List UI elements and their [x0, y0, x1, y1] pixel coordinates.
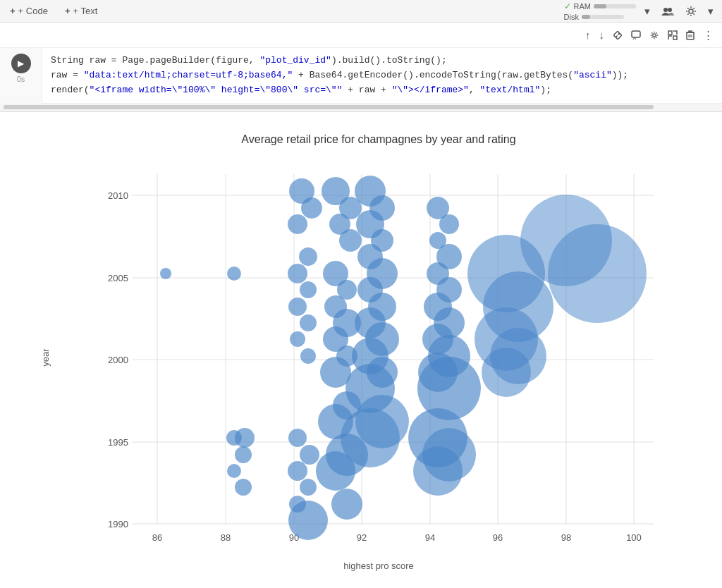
- bubble: [160, 268, 171, 279]
- svg-point-4: [653, 33, 656, 36]
- top-bar: + + Code + + Text ✓ RAM Disk ▾: [0, 0, 722, 23]
- bubble: [300, 479, 317, 496]
- expand-button[interactable]: [665, 29, 680, 42]
- bubble: [482, 348, 531, 397]
- trash-icon: [686, 30, 695, 40]
- svg-point-2: [689, 9, 693, 13]
- x-tick-86: 86: [152, 532, 162, 543]
- bubble: [288, 214, 307, 234]
- bubble: [235, 479, 252, 496]
- run-button[interactable]: ▶: [11, 54, 31, 73]
- comment-icon: [631, 30, 641, 40]
- move-up-button[interactable]: ↑: [582, 27, 594, 42]
- cell-wrapper: ▶ 0s String raw = Page.pageBuilder(figur…: [0, 48, 722, 104]
- horizontal-scrollbar[interactable]: [0, 105, 722, 112]
- bubble: [226, 430, 242, 446]
- delete-button[interactable]: [683, 29, 697, 42]
- bubble: [300, 348, 316, 364]
- comment-button[interactable]: [628, 29, 644, 42]
- code-line-3: render("<iframe width=\"100%\" height=\"…: [51, 83, 714, 98]
- chart-container: Average retail price for champagnes by y…: [23, 119, 699, 588]
- output-area: Average retail price for champagnes by y…: [0, 112, 722, 588]
- plus-icon: +: [10, 6, 16, 16]
- chart-svg: 86 88 90 92 94 96 98 100 2010 2005 2000 …: [72, 160, 685, 555]
- more-button[interactable]: ▾: [705, 4, 716, 19]
- x-tick-100: 100: [626, 532, 642, 543]
- code-line-2: raw = "data:text/html;charset=utf-8;base…: [51, 68, 714, 83]
- cell-number: 0s: [17, 75, 25, 83]
- code-text-1b: ).build().toString();: [331, 55, 447, 66]
- ram-row: ✓ RAM: [564, 1, 636, 11]
- chevron-down-button[interactable]: ▾: [642, 4, 653, 19]
- ram-label: RAM: [574, 2, 591, 11]
- cell-gear-icon: [649, 30, 659, 40]
- expand-icon: [668, 30, 678, 40]
- y-tick-2005: 2005: [108, 273, 128, 283]
- x-tick-96: 96: [493, 532, 503, 543]
- code-line-1: String raw = Page.pageBuilder(figure, "p…: [51, 54, 714, 68]
- svg-rect-5: [668, 31, 672, 35]
- ram-disk-area: ✓ RAM Disk: [564, 1, 636, 21]
- x-tick-88: 88: [221, 532, 231, 543]
- add-text-button[interactable]: + + Text: [61, 4, 102, 18]
- users-button[interactable]: [659, 5, 677, 18]
- code-string-2: "data:text/html;charset=utf-8;base64,": [84, 70, 293, 80]
- x-tick-94: 94: [425, 532, 435, 543]
- disk-label: Disk: [564, 13, 579, 21]
- bubble: [413, 446, 463, 496]
- code-area[interactable]: String raw = Page.pageBuilder(figure, "p…: [42, 48, 722, 104]
- ram-progress-fill: [594, 4, 606, 8]
- code-text-3d: ,: [469, 85, 480, 95]
- bubble: [301, 197, 322, 219]
- cell-content: String raw = Page.pageBuilder(figure, "p…: [42, 48, 722, 104]
- bubble: [288, 298, 307, 316]
- add-code-button[interactable]: + + Code: [6, 4, 52, 18]
- bubble: [341, 408, 400, 467]
- cell-toolbar: ↑ ↓: [0, 23, 722, 48]
- plus-icon: +: [65, 6, 71, 16]
- code-text-3f: );: [540, 85, 551, 95]
- bubble: [288, 264, 307, 283]
- y-tick-1990: 1990: [108, 519, 128, 529]
- link-icon: [613, 30, 623, 40]
- bubble: [300, 445, 319, 465]
- settings-button[interactable]: [683, 4, 699, 18]
- cell-toolbar-right: ↑ ↓: [582, 27, 716, 43]
- code-text-1: String raw = Page.pageBuilder(figure,: [51, 55, 259, 66]
- gear-icon: [685, 6, 697, 17]
- bubble: [290, 331, 305, 347]
- y-axis-label: year: [40, 349, 51, 367]
- disk-row: Disk: [564, 13, 636, 21]
- cell-gutter: ▶ 0s: [0, 48, 42, 104]
- code-text-3b: + raw +: [342, 85, 391, 95]
- x-axis-label: highest pro score: [72, 561, 685, 571]
- top-bar-right: ✓ RAM Disk ▾: [564, 1, 716, 21]
- code-string-3e: "text/html": [480, 85, 541, 95]
- x-tick-98: 98: [561, 532, 571, 543]
- bubble: [331, 489, 362, 520]
- y-tick-2010: 2010: [108, 190, 128, 201]
- code-text-2: raw =: [51, 70, 84, 80]
- code-text-2d: ));: [612, 70, 628, 80]
- code-string-3: "<iframe width=\"100%\" height=\"800\" s…: [90, 85, 343, 95]
- svg-point-0: [663, 8, 668, 12]
- bubble: [339, 229, 362, 252]
- check-icon: ✓: [564, 1, 571, 11]
- link-button[interactable]: [610, 29, 625, 42]
- cell-settings-button[interactable]: [647, 29, 662, 42]
- move-down-button[interactable]: ↓: [596, 27, 608, 42]
- bubble: [548, 224, 647, 323]
- ram-progress-bg: [594, 4, 636, 8]
- code-text-3: render(: [51, 85, 90, 95]
- chart-title: Average retail price for champagnes by y…: [72, 133, 685, 146]
- more-options-button[interactable]: ⋮: [700, 27, 716, 43]
- code-string-2c: "ascii": [573, 70, 612, 80]
- bubble: [299, 247, 317, 266]
- bubble: [227, 464, 241, 478]
- code-text-2b: + Base64.getEncoder().encodeToString(raw…: [293, 70, 573, 80]
- disk-progress-fill: [582, 15, 590, 19]
- bubble: [288, 461, 307, 481]
- bubble: [235, 446, 252, 463]
- top-bar-left: + + Code + + Text: [6, 4, 102, 18]
- svg-rect-6: [673, 36, 677, 39]
